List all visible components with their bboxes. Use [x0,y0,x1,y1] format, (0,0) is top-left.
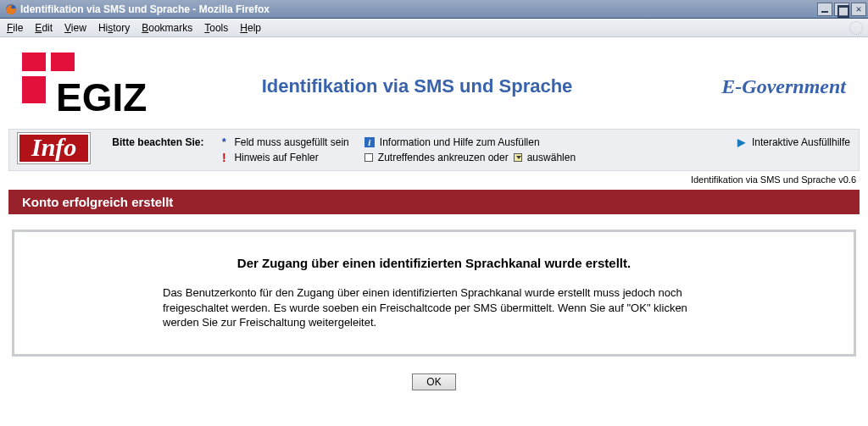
legend-required: Feld muss ausgefüllt sein [234,136,348,148]
legend-interactive: Interaktive Ausfüllhilfe [752,136,850,148]
message-heading: Der Zugang über einen identifizierten Sp… [48,256,820,270]
egiz-logo-shapes [22,53,75,103]
legend-col-required: * Feld muss ausgefüllt sein ! Hinweis au… [219,133,348,165]
menu-edit[interactable]: Edit [35,22,53,34]
egovernment-label: E-Government [676,75,846,98]
message-panel: Der Zugang über einen identifizierten Sp… [12,230,856,357]
legend-col-info: i Information und Hilfe zum Ausfüllen Zu… [364,133,576,165]
page-body: EGIZ Identifikation via SMS und Sprache … [0,37,868,390]
version-line: Identifikation via SMS und Sprache v0.6 [0,171,868,190]
window-title: Identifikation via SMS und Sprache - Moz… [20,3,270,15]
legend-check-pre: Zutreffendes ankreuzen oder [378,152,509,163]
ok-button[interactable]: OK [412,373,455,390]
message-body: Das Benutzerkonto für den Zugang über ei… [163,285,705,330]
info-badge: Info [18,133,90,163]
page-header: EGIZ Identifikation via SMS und Sprache … [0,37,868,129]
maximize-button[interactable] [834,3,849,16]
close-button[interactable] [851,3,866,16]
legend-col-interactive: ▶ Interaktive Ausfüllhilfe [737,133,850,150]
legend-check-post: auswählen [527,152,576,163]
checkbox-icon [364,153,373,162]
select-icon [514,153,522,162]
window-title-bar: Identifikation via SMS und Sprache - Moz… [0,0,868,19]
minimize-button[interactable] [817,3,832,16]
firefox-icon [5,3,17,15]
menu-tools[interactable]: Tools [204,22,228,34]
menu-bookmarks[interactable]: Bookmarks [142,22,192,34]
status-banner: Konto erfolgreich erstellt [8,190,860,214]
menu-file[interactable]: File [7,22,23,34]
legend-bar: Info Bitte beachten Sie: * Feld muss aus… [8,129,860,171]
button-row: OK [0,373,868,390]
info-icon: i [364,137,375,147]
error-icon: ! [219,151,229,164]
menu-view[interactable]: View [64,22,86,34]
legend-heading: Bitte beachten Sie: [112,133,203,148]
play-icon: ▶ [737,136,747,148]
menu-bar: File Edit View History Bookmarks Tools H… [0,19,868,37]
required-icon: * [219,136,229,148]
window-buttons [817,3,866,16]
menu-help[interactable]: Help [240,22,261,34]
page-title: Identifikation via SMS und Sprache [158,75,676,99]
menu-history[interactable]: History [98,22,130,34]
legend-error: Hinweis auf Fehler [234,152,318,163]
throbber-icon [849,21,863,35]
egiz-logo: EGIZ [22,53,158,120]
legend-info: Information und Hilfe zum Ausfüllen [380,136,540,148]
